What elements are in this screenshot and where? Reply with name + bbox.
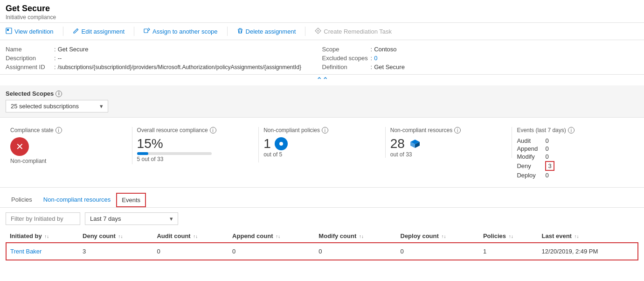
table-row: Trent Baker 3 0 0 0 0 1 12/20/2019, 2:49… — [6, 243, 638, 260]
view-definition-button[interactable]: View definition — [6, 28, 54, 35]
non-compliant-icon: ✕ — [10, 137, 29, 156]
cell-policies: 1 — [479, 243, 538, 260]
view-definition-icon — [6, 28, 12, 35]
assign-icon — [144, 28, 150, 35]
col-deploy-count: Deploy count ↑↓ — [397, 230, 479, 243]
scope-section-label: Selected Scopes i — [6, 90, 638, 97]
policies-info-icon: i — [322, 127, 328, 133]
cell-deny-count: 3 — [79, 243, 153, 260]
col-append-count: Append count ↑↓ — [229, 230, 315, 243]
chevron-down-icon: ▾ — [170, 215, 173, 222]
excluded-scopes-row: Excluded scopes : 0 — [322, 55, 639, 62]
header-section: Get Secure Initiative compliance — [0, 0, 644, 23]
chevron-up-icon: ⌃⌃ — [316, 76, 328, 84]
time-range-dropdown[interactable]: Last 7 days ▾ — [85, 212, 178, 225]
progress-bar-fill — [137, 152, 148, 155]
cell-last-event: 12/20/2019, 2:49 PM — [538, 243, 638, 260]
cell-audit-count: 0 — [153, 243, 229, 260]
col-deny-count: Deny count ↑↓ — [79, 230, 153, 243]
svg-rect-2 — [144, 29, 148, 33]
assignment-id-row: Assignment ID : /subscriptions/{subscrip… — [6, 63, 322, 70]
deny-highlight-badge: 3 — [545, 161, 554, 171]
cell-append-count: 0 — [229, 243, 315, 260]
sort-icon[interactable]: ↑↓ — [359, 234, 364, 239]
col-modify-count: Modify count ↑↓ — [315, 230, 396, 243]
scope-section: Selected Scopes i 25 selected subscripti… — [0, 85, 644, 118]
compliance-state-block: Compliance state i ✕ Non-compliant — [6, 127, 132, 164]
metrics-section: Compliance state i ✕ Non-compliant Overa… — [0, 118, 644, 188]
cell-initiated-by: Trent Baker — [6, 243, 79, 260]
events-block: Events (last 7 days) i Audit 0 Append 0 … — [512, 127, 638, 180]
tab-non-compliant-resources[interactable]: Non-compliant resources — [38, 192, 117, 208]
create-remediation-button[interactable]: Create Remediation Task — [315, 28, 392, 35]
deny-event-row: Deny 3 — [517, 161, 629, 171]
compliance-info-icon: i — [55, 127, 62, 133]
resource-cube-icon — [409, 137, 422, 150]
audit-event-row: Audit 0 — [517, 137, 629, 144]
progress-bar — [137, 152, 212, 155]
non-compliant-policies-block: Non-compliant policies i 1 out of 5 — [259, 127, 386, 158]
append-event-row: Append 0 — [517, 145, 629, 152]
description-row: Description : -- — [6, 55, 322, 62]
assign-to-scope-button[interactable]: Assign to another scope — [144, 28, 217, 35]
remediation-icon — [315, 28, 321, 35]
page-title: Get Secure — [6, 4, 638, 14]
tab-policies[interactable]: Policies — [6, 192, 38, 208]
overall-compliance-block: Overall resource compliance i 15% 5 out … — [132, 127, 259, 162]
col-policies: Policies ↑↓ — [479, 230, 538, 243]
definition-row: Definition : Get Secure — [322, 63, 639, 70]
scope-dropdown[interactable]: 25 selected subscriptions ▾ — [6, 100, 108, 112]
overall-info-icon: i — [210, 127, 216, 133]
info-left: Name : Get Secure Description : -- Assig… — [6, 46, 322, 70]
sort-icon[interactable]: ↑↓ — [441, 234, 446, 239]
toolbar-divider-2 — [134, 27, 134, 36]
modify-event-row: Modify 0 — [517, 153, 629, 160]
toolbar: View definition Edit assignment Assign t… — [0, 23, 644, 40]
non-compliant-resources-block: Non-compliant resources i 28 out of 33 — [386, 127, 512, 158]
events-table: Initiated by ↑↓ Deny count ↑↓ Audit coun… — [6, 230, 638, 260]
toolbar-divider-3 — [227, 27, 228, 36]
policy-icon — [275, 137, 288, 150]
tabs-section: Policies Non-compliant resources Events — [0, 192, 644, 208]
sort-icon[interactable]: ↑↓ — [193, 234, 198, 239]
table-section: Initiated by ↑↓ Deny count ↑↓ Audit coun… — [0, 230, 644, 260]
toolbar-divider — [63, 27, 63, 36]
filter-section: Last 7 days ▾ — [0, 208, 644, 230]
toolbar-divider-4 — [305, 27, 305, 36]
info-section: Name : Get Secure Description : -- Assig… — [0, 40, 644, 75]
col-last-event: Last event ↑↓ — [538, 230, 638, 243]
svg-rect-1 — [7, 29, 9, 31]
events-info-icon: i — [568, 127, 575, 133]
name-row: Name : Get Secure — [6, 46, 322, 53]
collapse-button[interactable]: ⌃⌃ — [0, 75, 644, 85]
col-initiated-by: Initiated by ↑↓ — [6, 230, 79, 243]
filter-initiated-by-input[interactable] — [6, 212, 80, 225]
chevron-down-icon: ▾ — [100, 103, 103, 110]
page-subtitle: Initiative compliance — [6, 14, 638, 21]
resources-info-icon: i — [454, 127, 461, 133]
table-header-row: Initiated by ↑↓ Deny count ↑↓ Audit coun… — [6, 230, 638, 243]
scope-row: Scope : Contoso — [322, 46, 639, 53]
edit-assignment-button[interactable]: Edit assignment — [73, 28, 125, 35]
scope-info-icon: i — [55, 91, 62, 97]
delete-assignment-button[interactable]: Delete assignment — [237, 28, 296, 35]
col-audit-count: Audit count ↑↓ — [153, 230, 229, 243]
sort-icon[interactable]: ↑↓ — [575, 234, 579, 239]
events-list: Audit 0 Append 0 Modify 0 Deny 3 Deploy … — [517, 137, 629, 179]
sort-icon[interactable]: ↑↓ — [118, 234, 123, 239]
edit-icon — [73, 28, 79, 35]
deploy-event-row: Deploy 0 — [517, 172, 629, 179]
sort-icon[interactable]: ↑↓ — [509, 234, 513, 239]
sort-icon[interactable]: ↑↓ — [276, 234, 280, 239]
tab-events[interactable]: Events — [116, 193, 146, 207]
info-right: Scope : Contoso Excluded scopes : 0 Defi… — [322, 46, 639, 70]
cell-deploy-count: 0 — [397, 243, 479, 260]
delete-icon — [237, 28, 243, 35]
cell-modify-count: 0 — [315, 243, 396, 260]
sort-icon[interactable]: ↑↓ — [44, 234, 49, 239]
